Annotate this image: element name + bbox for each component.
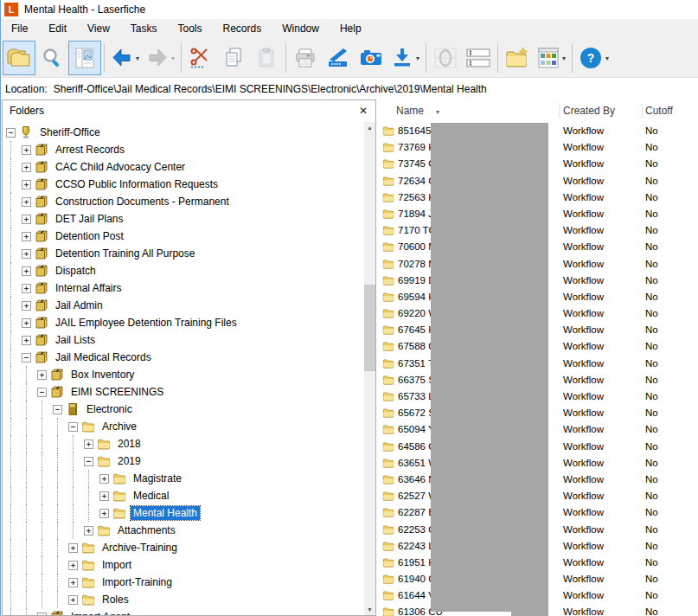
tree-item-import[interactable]: +Import bbox=[3, 556, 364, 574]
tree-item-jail-admin[interactable]: +Jail Admin bbox=[3, 297, 364, 314]
collapse-toggle-icon[interactable]: − bbox=[22, 353, 31, 363]
expand-toggle-icon[interactable]: + bbox=[22, 284, 31, 293]
dropdown-caret-icon[interactable]: ▾ bbox=[136, 55, 139, 62]
tree-item-cac-child-advocacy-center[interactable]: +CAC Child Advocacy Center bbox=[3, 158, 364, 176]
tree-item-detention-post[interactable]: +Detention Post bbox=[3, 228, 364, 245]
expand-toggle-icon[interactable]: + bbox=[22, 266, 31, 276]
menu-view[interactable]: View bbox=[77, 19, 120, 39]
expand-toggle-icon[interactable]: + bbox=[99, 491, 109, 501]
expand-toggle-icon[interactable]: + bbox=[84, 526, 93, 536]
collapse-toggle-icon[interactable]: − bbox=[6, 128, 16, 138]
expand-toggle-icon[interactable]: + bbox=[68, 543, 78, 553]
tree-item-label[interactable]: Magistrate bbox=[131, 472, 184, 485]
menu-window[interactable]: Window bbox=[272, 19, 330, 39]
expand-toggle-icon[interactable]: + bbox=[22, 336, 31, 345]
tree-item-sheriff-office[interactable]: −Sheriff-Office bbox=[3, 124, 364, 141]
tree-item-electronic[interactable]: −Electronic bbox=[3, 401, 364, 418]
menu-tasks[interactable]: Tasks bbox=[120, 19, 168, 39]
tree-item-internal-affairs[interactable]: +Internal Affairs bbox=[3, 279, 364, 297]
tree-item-medical[interactable]: +Medical bbox=[3, 487, 364, 504]
print-button[interactable] bbox=[289, 41, 322, 75]
expand-toggle-icon[interactable]: + bbox=[22, 318, 31, 328]
expand-toggle-icon[interactable]: + bbox=[37, 370, 47, 380]
new-folder-button[interactable] bbox=[501, 41, 534, 75]
menu-edit[interactable]: Edit bbox=[38, 19, 77, 39]
tree-item-dispatch[interactable]: +Dispatch bbox=[3, 262, 364, 279]
back-button[interactable]: ▾ bbox=[107, 41, 143, 75]
tree-item-ccso-public-information-requests[interactable]: +CCSO Public Information Requests bbox=[3, 176, 364, 193]
scroll-up-icon[interactable]: ▲ bbox=[364, 122, 375, 133]
menu-help[interactable]: Help bbox=[330, 19, 372, 39]
tree-item-magistrate[interactable]: +Magistrate bbox=[3, 470, 364, 487]
menu-file[interactable]: File bbox=[1, 19, 38, 39]
tree-item-label[interactable]: JAIL Employee Detention Training Files bbox=[53, 316, 240, 330]
tree-item-label[interactable]: Sheriff-Office bbox=[37, 125, 103, 139]
collapse-toggle-icon[interactable]: − bbox=[68, 422, 78, 432]
tree-item-label[interactable]: 2018 bbox=[115, 437, 144, 451]
tree-item-jail-employee-detention-training-files[interactable]: +JAIL Employee Detention Training Files bbox=[3, 314, 364, 331]
column-header-cutoff[interactable]: Cutoff bbox=[645, 105, 673, 117]
tree-item-jail-lists[interactable]: +Jail Lists bbox=[3, 331, 364, 349]
tree-item-label[interactable]: DET Jail Plans bbox=[53, 212, 125, 226]
tree-item-label[interactable]: Arrest Records bbox=[53, 143, 127, 157]
help-button[interactable]: ?▾ bbox=[575, 41, 612, 75]
tree-item-label[interactable]: Archive-Training bbox=[99, 541, 180, 555]
column-header-name[interactable]: Name▾ bbox=[396, 105, 439, 117]
scrollbar-thumb[interactable] bbox=[364, 285, 375, 371]
photo-button[interactable] bbox=[355, 41, 387, 75]
tree-item-attachments[interactable]: +Attachments bbox=[3, 522, 364, 539]
dropdown-caret-icon[interactable]: ▾ bbox=[605, 55, 609, 62]
import-button[interactable]: ▾ bbox=[387, 41, 423, 75]
tree-item-label[interactable]: Attachments bbox=[115, 523, 178, 537]
preview-pane-button[interactable] bbox=[68, 41, 101, 75]
expand-toggle-icon[interactable]: + bbox=[22, 301, 31, 311]
tree-item-archive[interactable]: −Archive bbox=[3, 418, 364, 435]
tree-item-construction-documents-permanent[interactable]: +Construction Documents - Permanent bbox=[3, 193, 364, 210]
expand-toggle-icon[interactable]: + bbox=[22, 197, 31, 207]
search-button[interactable] bbox=[35, 41, 68, 75]
dropdown-caret-icon[interactable]: ▾ bbox=[562, 55, 566, 62]
expand-toggle-icon[interactable]: + bbox=[99, 474, 109, 484]
tree-item-label[interactable]: CAC Child Advocacy Center bbox=[53, 160, 188, 174]
tree-item-jail-medical-records[interactable]: −Jail Medical Records bbox=[3, 349, 364, 366]
tree-item-label[interactable]: Electronic bbox=[84, 402, 135, 416]
expand-toggle-icon[interactable]: + bbox=[22, 145, 31, 155]
open-folders-button[interactable] bbox=[3, 41, 35, 75]
tree-item-2019[interactable]: −2019 bbox=[3, 452, 364, 470]
tree-item-label[interactable]: Mental Health bbox=[131, 506, 200, 520]
tree-item-label[interactable]: Internal Affairs bbox=[53, 281, 125, 295]
tree-item-label[interactable]: Detention Post bbox=[53, 229, 126, 243]
tree-item-label[interactable]: Jail Medical Records bbox=[53, 350, 154, 364]
expand-toggle-icon[interactable]: + bbox=[22, 249, 31, 259]
tree-item-label[interactable]: Medical bbox=[131, 489, 171, 503]
menu-records[interactable]: Records bbox=[213, 19, 272, 39]
tree-item-detention-training-all-purpose[interactable]: +Detention Training All Purpose bbox=[3, 245, 364, 262]
collapse-toggle-icon[interactable]: − bbox=[37, 388, 47, 397]
tree-item-mental-health[interactable]: +Mental Health bbox=[3, 504, 364, 522]
tree-item-box-inventory[interactable]: +Box Inventory bbox=[3, 366, 364, 383]
column-view-button[interactable]: ▾ bbox=[534, 41, 569, 75]
expand-toggle-icon[interactable]: + bbox=[22, 163, 31, 172]
expand-toggle-icon[interactable]: + bbox=[84, 440, 93, 449]
tree-item-arrest-records[interactable]: +Arrest Records bbox=[3, 141, 364, 158]
tree-item-roles[interactable]: +Roles bbox=[3, 591, 364, 608]
tree-item-label[interactable]: Import-Training bbox=[99, 575, 175, 589]
tree-item-label[interactable]: CCSO Public Information Requests bbox=[53, 177, 221, 191]
tree-scrollbar[interactable]: ▲ ▼ bbox=[364, 122, 375, 615]
tree-item-label[interactable]: Construction Documents - Permanent bbox=[53, 195, 232, 209]
tree-item-eimi-screenings[interactable]: −EIMI SCREENINGS bbox=[3, 383, 364, 401]
scan-button[interactable] bbox=[322, 41, 355, 75]
tree-item-label[interactable]: Box Inventory bbox=[68, 368, 137, 382]
collapse-toggle-icon[interactable]: − bbox=[84, 457, 93, 466]
fields-button[interactable] bbox=[462, 41, 495, 75]
column-header-created-by[interactable]: Created By bbox=[563, 105, 615, 117]
expand-toggle-icon[interactable]: + bbox=[22, 180, 31, 189]
expand-toggle-icon[interactable]: + bbox=[22, 215, 31, 224]
tree-item-label[interactable]: Archive bbox=[99, 420, 139, 433]
tree-item-label[interactable]: Dispatch bbox=[53, 264, 99, 278]
expand-toggle-icon[interactable]: + bbox=[68, 561, 78, 570]
expand-toggle-icon[interactable]: + bbox=[22, 232, 31, 241]
tree-item-archive-training[interactable]: +Archive-Training bbox=[3, 539, 364, 556]
tree-item-label[interactable]: Detention Training All Purpose bbox=[53, 247, 197, 260]
collapse-toggle-icon[interactable]: − bbox=[53, 405, 62, 414]
